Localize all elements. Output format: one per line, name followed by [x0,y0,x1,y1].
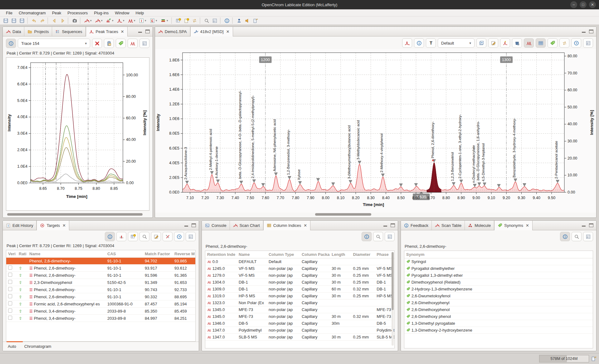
info-button[interactable] [223,17,231,24]
search-button[interactable] [572,232,582,241]
verify-checkbox[interactable] [8,266,12,270]
synonym-row[interactable]: 2-Hydroxy-1,3-dimethoxybenzene [404,286,593,293]
chevron-down-icon[interactable]: ▾ [90,19,93,22]
column-index-row[interactable]: 1347.0Polydimethylnon-polar (apCapillary… [205,327,394,334]
garbage-collect-icon[interactable] [591,356,597,362]
mini-chart-hscrollbar[interactable] [7,213,148,216]
transfer-button[interactable] [559,38,569,48]
maximize-panel-icon[interactable] [145,30,150,33]
preferences-button[interactable] [211,17,218,24]
column-header[interactable]: CAS [105,250,143,258]
close-icon[interactable]: ✕ [62,223,66,228]
snapshot-button[interactable] [71,17,78,24]
synonym-row[interactable]: Syringol [404,258,593,265]
synonym-row[interactable]: Pyrogallol dimethylether [404,265,593,272]
chevron-down-icon[interactable]: ▾ [123,19,126,22]
menu-peak[interactable]: Peak [49,10,64,16]
info-button[interactable] [6,39,16,48]
synonyms-tab-feedback[interactable]: Feedback [401,221,432,230]
intensity-e-button[interactable]: E [149,17,156,24]
close-icon[interactable]: ✕ [226,29,230,34]
maximize-button[interactable]: □ [580,1,587,8]
close-button[interactable]: ✕ [589,1,596,8]
minimize-panel-icon[interactable] [582,30,586,33]
left-tab-data[interactable]: Data [3,27,24,36]
info-button[interactable] [362,232,372,241]
synonym-row[interactable]: Pyrogallol 1,3-dimethyl ether [404,272,593,279]
settings-button[interactable] [139,39,149,48]
chevron-down-icon[interactable]: ▾ [134,19,137,22]
column-index-row[interactable]: 1347.0SLB-5 MSnon-polar (apCapillary30 m… [205,334,394,341]
info-button[interactable] [560,232,570,241]
save-as-button[interactable] [18,17,26,24]
add-view-button[interactable] [476,38,486,48]
synonym-row[interactable]: 1,3-Dimethoxy-2-hydroxybenzene [404,327,593,334]
synonym-row[interactable]: 2,6-Dimethoxyphenyl [404,299,593,306]
column-header[interactable]: Veri [6,250,17,258]
synonym-row[interactable]: 2,6-Dwumetoksyfenol [404,293,593,299]
verify-checkbox[interactable] [8,301,12,305]
chart-info-button[interactable] [414,38,424,48]
editor-tab-demo1-spa[interactable]: Demo1.SPA [155,27,190,36]
export-file-button[interactable] [251,17,259,24]
column-header[interactable]: Reverse M [173,250,196,258]
overlay-chart-button[interactable] [83,17,90,24]
close-icon[interactable]: ✕ [304,223,307,228]
target-row[interactable]: ⇧☰ Phenol, 2,6-dimethoxy-91-10-190.74392… [6,286,196,293]
column-header[interactable]: Match Factor [143,250,173,258]
column-index-row[interactable]: 1245.0VF-5 MSnon-polar (apCapillary30 m0… [205,265,394,272]
menu-chromatogram[interactable]: Chromatogram [16,10,49,16]
editor-tab-418v2-msd-[interactable]: 418v2 [MSD]✕ [190,27,233,36]
menu-help[interactable]: Help [133,10,147,16]
peaks-chart-button[interactable] [127,17,134,24]
left-tab-projects[interactable]: Projects [24,27,52,36]
column-index-row[interactable]: 1346.0DB-5non-polar (apCapillary30mDB-5 [205,320,394,327]
column-header[interactable]: Rati [17,250,27,258]
target-row[interactable]: ⇧☰ Phenol, 3,4-dimethoxy-2033-89-884.997… [6,315,196,322]
verify-checkbox[interactable] [8,287,12,291]
column-index-row[interactable]: 1319.0HP-5 MSnon-polar (apCapillary30 m0… [205,293,394,299]
menu-plugins[interactable]: Plug-ins [91,10,111,16]
help-button[interactable] [571,38,581,48]
synonyms-tab-scan-table[interactable]: Scan Table [432,221,465,230]
maximize-panel-icon[interactable] [192,223,196,227]
column-chart-button[interactable] [116,232,126,241]
target-row[interactable]: ⇧☰ Formic acid, 2,6-dimethoxyphenyl es10… [6,300,196,308]
column-index-row[interactable]: 1345.0MFE-73non-polar (apCapillaryMFE-73 [205,306,394,313]
synonyms-tab-synonyms[interactable]: Synonyms✕ [494,221,533,230]
console-tab-console[interactable]: Console [202,221,230,230]
column-index-row[interactable]: 0.0DEFAULTDefaultCapillary [205,258,394,265]
chromatogram-chart[interactable]: 120013002-Azaquinuclidone-32-Methyl-4-pe… [155,49,596,213]
bar-chart-button[interactable] [105,17,112,24]
intensity-i-button[interactable]: I [138,17,145,24]
synonym-row[interactable]: 2,6-Dimethoxy phenol [404,313,593,320]
bottom-tab-chromatogram[interactable]: Chromatogram [24,344,51,349]
target-row[interactable]: ⇧☰ Phenol, 2,6-dimethoxy-91-10-190.33288… [6,293,196,300]
peaks-toggle-button[interactable] [524,38,534,48]
chromatogram-hscrollbar[interactable] [159,213,592,216]
tools-delete-button[interactable] [163,232,173,241]
back-button[interactable] [51,17,58,24]
edit-button[interactable] [488,38,498,48]
maximize-panel-icon[interactable] [391,223,395,227]
info-button[interactable] [105,232,115,241]
reset-chart-button[interactable] [402,38,412,48]
save-button[interactable] [2,17,9,24]
clipboard-button[interactable] [104,39,114,48]
synonyms-tab-molecule[interactable]: Molecule [465,221,494,230]
left-tab-peak-traces[interactable]: Peak Traces✕ [86,27,128,36]
target-row[interactable]: ⇧☰ 2,3-Dimethoxyphenol5150-42-591.34991.… [6,279,196,286]
targets-tab-targets[interactable]: Targets✕ [37,221,69,230]
column-header[interactable]: Length [330,251,351,258]
chevron-down-icon[interactable]: ▾ [101,19,104,22]
chevron-down-icon[interactable]: ▾ [145,19,148,22]
save-all-button[interactable] [10,17,17,24]
traces-button[interactable] [128,39,138,48]
minimize-panel-icon[interactable] [383,223,387,227]
column-header[interactable]: Name [27,250,105,258]
menu-file[interactable]: File [3,10,15,16]
undo-button[interactable] [30,17,38,24]
column-header[interactable]: Retention Inde [205,251,237,258]
audio-button[interactable] [243,17,251,24]
settings-button[interactable] [186,232,196,241]
